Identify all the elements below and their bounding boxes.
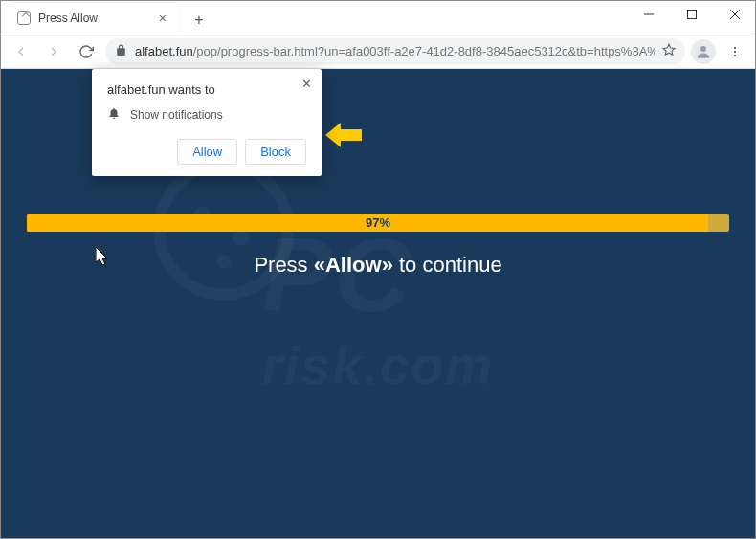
back-button[interactable]	[8, 38, 34, 65]
instruction-allow: «Allow»	[314, 253, 393, 277]
progress-bar: 97% Press «Allow» to continue	[27, 214, 729, 278]
url-domain: alfabet.fun	[135, 44, 193, 58]
svg-marker-13	[325, 123, 362, 147]
instruction-text: Press «Allow» to continue	[27, 253, 729, 278]
svg-marker-4	[663, 44, 675, 55]
minimize-button[interactable]	[627, 0, 670, 29]
close-window-button[interactable]	[713, 0, 756, 29]
forward-button[interactable]	[40, 38, 67, 65]
url-path: /pop/progress-bar.html?un=afa003ff-a2e7-…	[193, 44, 655, 58]
permission-title: alfabet.fun wants to	[107, 82, 306, 97]
arrow-icon	[325, 123, 362, 147]
progress-label: 97%	[27, 214, 729, 232]
browser-toolbar: alfabet.fun/pop/progress-bar.html?un=afa…	[0, 34, 756, 69]
block-button[interactable]: Block	[245, 139, 306, 165]
tab-title: Press Allow	[38, 11, 155, 25]
svg-marker-14	[96, 247, 107, 265]
new-tab-button[interactable]: +	[186, 7, 212, 34]
close-icon[interactable]: ✕	[301, 77, 312, 91]
address-bar[interactable]: alfabet.fun/pop/progress-bar.html?un=afa…	[105, 38, 685, 65]
svg-point-7	[734, 50, 736, 52]
instruction-post: to continue	[393, 253, 502, 277]
maximize-button[interactable]	[670, 0, 713, 29]
instruction-pre: Press	[254, 253, 313, 277]
svg-point-8	[734, 54, 736, 56]
svg-rect-1	[687, 11, 696, 19]
reload-button[interactable]	[73, 38, 100, 65]
notification-permission-dialog: ✕ alfabet.fun wants to Show notification…	[92, 69, 322, 176]
cursor-icon	[96, 247, 109, 266]
window-controls	[627, 0, 756, 29]
profile-avatar[interactable]	[691, 39, 716, 64]
kebab-menu-icon[interactable]	[722, 38, 748, 65]
permission-buttons: Allow Block	[107, 139, 306, 165]
bell-icon	[107, 106, 121, 124]
tab-favicon	[17, 11, 31, 25]
browser-tab[interactable]: Press Allow ×	[8, 3, 180, 34]
lock-icon	[115, 43, 127, 60]
svg-point-6	[734, 46, 736, 48]
permission-text: Show notifications	[130, 108, 223, 122]
browser-titlebar: Press Allow × +	[0, 0, 756, 34]
close-tab-icon[interactable]: ×	[155, 9, 170, 28]
progress-track: 97%	[27, 214, 729, 232]
svg-point-5	[700, 46, 706, 52]
watermark-bottom: risk.com	[262, 334, 494, 395]
allow-button[interactable]: Allow	[177, 139, 237, 165]
permission-row: Show notifications	[107, 106, 306, 124]
url-text: alfabet.fun/pop/progress-bar.html?un=afa…	[135, 44, 655, 58]
bookmark-star-icon[interactable]	[662, 43, 676, 60]
